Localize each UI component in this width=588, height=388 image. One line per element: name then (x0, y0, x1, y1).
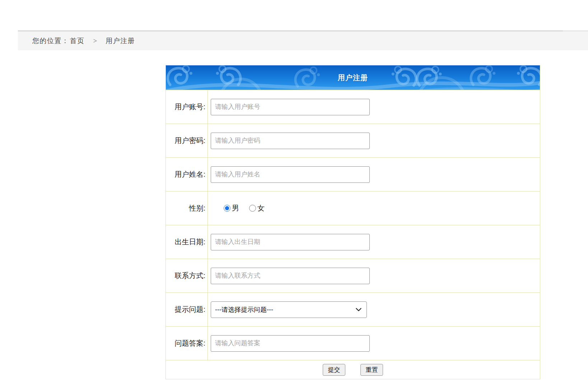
contact-label: 联系方式: (166, 259, 208, 292)
form-header-banner: 用户注册 (166, 65, 540, 90)
hint-question-select[interactable]: ---请选择提示问题--- (211, 301, 367, 318)
hint-question-select-wrap: ---请选择提示问题--- (211, 301, 367, 318)
password-label: 用户密码: (166, 124, 208, 157)
breadcrumb-home-link[interactable]: 首页 (70, 36, 85, 46)
answer-input[interactable] (211, 335, 370, 352)
female-radio-label: 女 (257, 203, 265, 213)
gender-option-male[interactable]: 男 (224, 203, 239, 213)
female-radio-icon[interactable] (249, 205, 256, 212)
form-row-answer: 问题答案: (166, 326, 540, 360)
hint-question-label: 提示问题: (166, 293, 208, 326)
birthdate-input[interactable] (211, 234, 370, 250)
page: 您的位置： 首页 > 用户注册 (0, 0, 588, 388)
gender-radio-group: 男 女 (224, 203, 265, 213)
form-row-contact: 联系方式: (166, 259, 540, 292)
breadcrumb-prefix: 您的位置： (32, 36, 69, 46)
gender-label: 性别: (166, 191, 208, 225)
form-row-account: 用户账号: (166, 90, 540, 124)
form-row-gender: 性别: 男 女 (166, 191, 540, 225)
breadcrumb: 您的位置： 首页 > 用户注册 (18, 31, 588, 50)
birthdate-label: 出生日期: (166, 225, 208, 259)
breadcrumb-current-page: 用户注册 (106, 36, 135, 46)
breadcrumb-separator: > (93, 37, 97, 45)
name-label: 用户姓名: (166, 158, 208, 191)
reset-button[interactable]: 重置 (360, 364, 383, 376)
gender-option-female[interactable]: 女 (249, 203, 265, 213)
name-input[interactable] (211, 166, 370, 183)
form-row-hint-question: 提示问题: ---请选择提示问题--- (166, 292, 540, 326)
account-input[interactable] (211, 99, 370, 115)
submit-button[interactable]: 提交 (323, 364, 345, 376)
registration-form: 用户注册 用户账号: 用户密码: 用户姓名: 性别: (165, 65, 540, 379)
form-row-password: 用户密码: (166, 124, 540, 157)
answer-label: 问题答案: (166, 327, 208, 360)
form-actions-row: 提交 重置 (166, 360, 540, 379)
form-row-name: 用户姓名: (166, 157, 540, 191)
male-radio-label: 男 (232, 203, 239, 213)
male-radio-icon[interactable] (224, 205, 230, 212)
contact-input[interactable] (211, 268, 370, 284)
password-input[interactable] (211, 133, 370, 149)
form-title: 用户注册 (338, 73, 368, 83)
account-label: 用户账号: (166, 90, 208, 124)
form-row-birthdate: 出生日期: (166, 225, 540, 259)
